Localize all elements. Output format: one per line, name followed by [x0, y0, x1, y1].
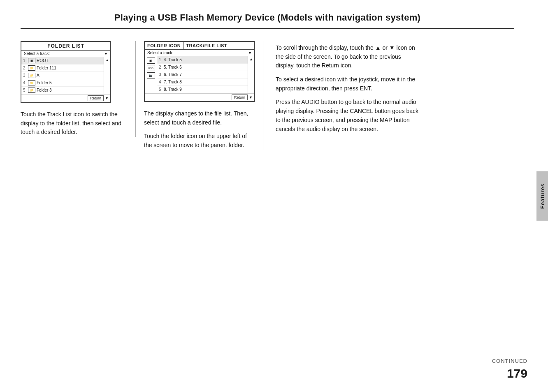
folder-select-label: Select a track:: [24, 51, 50, 56]
column-mid: FOLDER ICON TRACK/FILE LIST Select a tra…: [136, 41, 263, 150]
row-num-5: 5: [23, 88, 28, 92]
track-row-4[interactable]: 4 7. Track 8: [157, 78, 248, 86]
folder-rows: 1 ▣ ROOT 2 📁 Folder 111 3: [21, 57, 104, 94]
row-label-2: Folder 111: [37, 66, 102, 70]
track-icon-area: ▣ USB 📷: [145, 56, 157, 93]
row-label-4: Folder 5: [37, 81, 102, 85]
row-label-3: A: [37, 73, 102, 78]
col-mid-body: The display changes to the file list. Th…: [144, 109, 255, 150]
track-file-list-label: TRACK/FILE LIST: [183, 42, 254, 49]
folder-row-area: 1 ▣ ROOT 2 📁 Folder 111 3: [21, 57, 110, 94]
track-label-2: 5. Track 6: [164, 65, 246, 69]
folder-row-2[interactable]: 2 📁 Folder 111: [21, 65, 104, 72]
column-right: To scroll through the display, touch the…: [263, 41, 420, 134]
content-columns: FOLDER LIST Select a track: ▼ 1 ▣ ROOT: [21, 41, 514, 150]
track-select-track-bar: Select a track: ▼: [145, 50, 254, 56]
page-title: Playing a USB Flash Memory Device (Model…: [21, 12, 514, 23]
col-mid-paragraph1: The display changes to the file list. Th…: [144, 109, 255, 127]
folder-icon-usb: USB: [147, 65, 155, 71]
folder-row-3[interactable]: 3 📁 A: [21, 72, 104, 79]
track-label-4: 7. Track 8: [164, 80, 246, 84]
col-right-paragraph2: To select a desired icon with the joysti…: [276, 75, 420, 93]
column-left: FOLDER LIST Select a track: ▼ 1 ▣ ROOT: [21, 41, 136, 137]
track-return-button[interactable]: Return: [232, 95, 248, 100]
track-num-2: 2: [159, 65, 164, 69]
track-scroll-up: ▲: [249, 57, 253, 61]
track-row-5[interactable]: 5 8. Track 9: [157, 86, 248, 93]
track-label-3: 6. Track 7: [164, 72, 246, 77]
folder-return-button[interactable]: Return: [88, 95, 104, 101]
track-num-5: 5: [159, 87, 164, 92]
row-icon-5: 📁: [28, 88, 35, 93]
track-file-screen: FOLDER ICON TRACK/FILE LIST Select a tra…: [144, 41, 255, 102]
folder-icon-label: FOLDER ICON: [145, 42, 183, 49]
track-rows-wrapper: ▣ USB 📷 1 4. Track 5 2 5. Track 6: [145, 56, 254, 93]
folder-arrow-down: ▼: [104, 52, 108, 56]
folder-list-header: FOLDER LIST: [21, 42, 110, 51]
scroll-triangle-up: ▲: [105, 58, 109, 62]
folder-list-screen: FOLDER LIST Select a track: ▼ 1 ▣ ROOT: [21, 41, 111, 103]
col-right-paragraph3: Press the AUDIO button to go back to the…: [276, 98, 420, 134]
track-label-5: 8. Track 9: [164, 87, 246, 92]
folder-select-track-bar: Select a track: ▼: [21, 51, 110, 57]
row-num-1: 1: [23, 58, 28, 63]
side-tab-label: Features: [539, 183, 546, 209]
track-screen-header: FOLDER ICON TRACK/FILE LIST: [145, 42, 254, 50]
track-rows-main: 1 4. Track 5 2 5. Track 6 3 6. Track 7: [157, 56, 248, 93]
folder-scroll-down: ▼: [105, 96, 109, 100]
col-right-paragraph1: To scroll through the display, touch the…: [276, 44, 420, 70]
col-left-paragraph: Touch the Track List icon to switch the …: [21, 110, 127, 137]
col-mid-paragraph2: Touch the folder icon on the upper left …: [144, 132, 255, 150]
track-row-2[interactable]: 2 5. Track 6: [157, 64, 248, 71]
track-num-4: 4: [159, 80, 164, 84]
row-label-1: ROOT: [37, 58, 102, 63]
folder-row-4[interactable]: 4 📁 Folder 5: [21, 79, 104, 87]
col-left-body: Touch the Track List icon to switch the …: [21, 110, 127, 137]
page-number: 179: [507, 367, 527, 380]
track-num-3: 3: [159, 72, 164, 77]
row-icon-1: ▣: [28, 58, 35, 63]
row-icon-4: 📁: [28, 80, 35, 85]
track-footer: Return ▼: [145, 93, 254, 101]
continued-label: CONTINUED: [492, 358, 527, 364]
title-divider: [21, 28, 514, 29]
folder-scrollbar: ▲: [104, 57, 110, 94]
row-icon-2: 📁: [28, 65, 35, 71]
track-row-3[interactable]: 3 6. Track 7: [157, 71, 248, 78]
track-scroll-down: ▼: [249, 95, 253, 99]
track-scrollbar: ▲: [248, 56, 254, 93]
track-select-label: Select a track:: [147, 51, 173, 55]
features-tab: Features: [536, 171, 548, 221]
folder-icon-music: ▣: [147, 58, 155, 64]
track-label-1: 4. Track 5: [164, 58, 246, 62]
folder-footer: Return ▼: [21, 94, 110, 102]
folder-row-1[interactable]: 1 ▣ ROOT: [21, 57, 104, 65]
row-num-4: 4: [23, 81, 28, 85]
col-right-body: To scroll through the display, touch the…: [276, 44, 420, 134]
folder-icon-camera: 📷: [147, 72, 155, 78]
track-num-1: 1: [159, 58, 164, 62]
row-num-2: 2: [23, 66, 28, 70]
main-content: Playing a USB Flash Memory Device (Model…: [0, 0, 535, 162]
track-row-1[interactable]: 1 4. Track 5: [157, 56, 248, 64]
row-icon-3: 📁: [28, 73, 35, 78]
row-num-3: 3: [23, 73, 28, 78]
row-label-5: Folder 3: [37, 88, 102, 92]
folder-row-5[interactable]: 5 📁 Folder 3: [21, 87, 104, 94]
track-arrow-down: ▼: [248, 51, 252, 55]
